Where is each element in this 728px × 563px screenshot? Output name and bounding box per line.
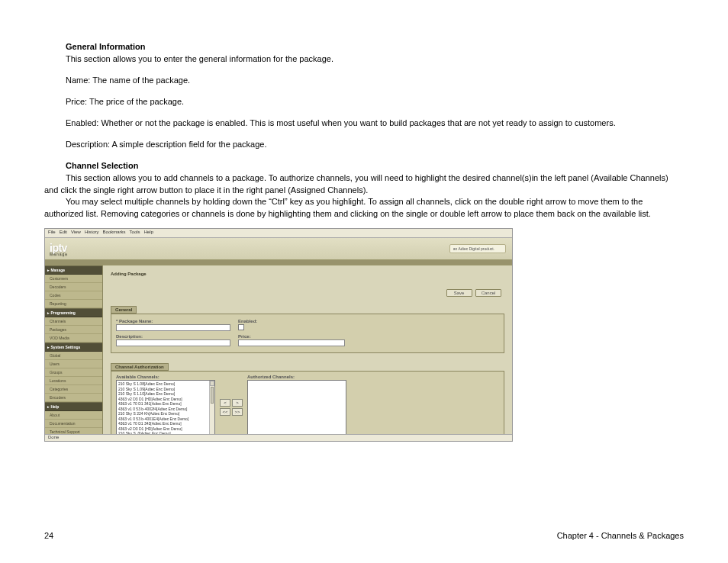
sidebar-item-categories[interactable]: Categories	[45, 385, 102, 394]
sidebar-header-manage[interactable]: ▸ Manage	[45, 265, 102, 275]
save-button-top[interactable]: Save	[446, 289, 472, 297]
para-chan-2: You may select multiple channels by hold…	[44, 196, 684, 220]
channel-auth-panel: Available Channels: 210 Sky S 1.08[Adtec…	[111, 371, 504, 442]
package-name-field[interactable]	[116, 324, 230, 331]
chapter-label: Chapter 4 - Channels & Packages	[557, 531, 684, 540]
move-right-button[interactable]: >	[232, 399, 243, 407]
menu-view[interactable]: View	[71, 230, 81, 236]
sidebar-header-programming[interactable]: ▸ Programming	[45, 308, 102, 317]
authorized-channels-label: Authorized Channels:	[247, 375, 346, 379]
enabled-label: Enabled:	[238, 319, 345, 323]
app-screenshot: File Edit View History Bookmarks Tools H…	[44, 228, 513, 442]
sidebar-item-vod-media[interactable]: VOD Media	[45, 334, 102, 343]
general-tab: General	[111, 306, 137, 314]
channel-auth-tab: Channel Authorization	[111, 363, 169, 371]
menu-file[interactable]: File	[48, 230, 56, 236]
enabled-checkbox[interactable]	[238, 324, 244, 330]
sidebar-item-locations[interactable]: Locations	[45, 377, 102, 385]
app-header: iptvManage an Adtec Digital product.	[45, 238, 512, 259]
sidebar-item-packages[interactable]: Packages	[45, 326, 102, 334]
sidebar-item-encoders[interactable]: Encoders	[45, 394, 102, 402]
para-enabled: Enabled: Whether or not the package is e…	[44, 117, 684, 130]
sidebar: ▸ Manage Customers Decoders Codes Report…	[45, 265, 103, 434]
para-general-intro: This section allows you to enter the gen…	[44, 53, 684, 66]
scrollbar[interactable]	[209, 381, 214, 442]
heading-general-info: General Information	[44, 41, 684, 53]
menu-history[interactable]: History	[85, 230, 99, 236]
list-item[interactable]: National Geographic [Educational]	[118, 441, 213, 442]
browser-menubar: File Edit View History Bookmarks Tools H…	[45, 229, 512, 238]
menu-tools[interactable]: Tools	[130, 230, 140, 236]
menu-bookmarks[interactable]: Bookmarks	[103, 230, 126, 236]
price-label: Price:	[238, 334, 345, 339]
sidebar-item-channels[interactable]: Channels	[45, 317, 102, 326]
sidebar-item-users[interactable]: Users	[45, 360, 102, 368]
para-name: Name: The name of the package.	[44, 75, 684, 87]
sidebar-item-about[interactable]: About	[45, 411, 102, 420]
general-panel: * Package Name: Enabled: Description:	[111, 314, 504, 353]
para-description: Description: A simple description field …	[44, 139, 684, 151]
description-field[interactable]	[116, 339, 230, 346]
move-left-button[interactable]: <	[220, 399, 230, 407]
package-name-label: * Package Name:	[116, 319, 230, 323]
para-price: Price: The price of the package.	[44, 96, 684, 108]
sidebar-item-documentation[interactable]: Documentation	[45, 420, 102, 428]
available-channels-list[interactable]: 210 Sky S 1.08[Adtec Enc Demo]210 Sky S …	[116, 380, 215, 442]
description-label: Description:	[116, 334, 230, 339]
sidebar-item-global[interactable]: Global	[45, 352, 102, 360]
sidebar-header-help[interactable]: ▸ Help	[45, 402, 102, 411]
content-area: Adding Package Save Cancel General * Pac…	[103, 265, 512, 434]
available-channels-label: Available Channels:	[116, 375, 215, 379]
sidebar-header-system[interactable]: ▸ System Settings	[45, 343, 102, 352]
page-footer: 24 Chapter 4 - Channels & Packages	[44, 531, 684, 540]
sidebar-item-groups[interactable]: Groups	[45, 368, 102, 377]
price-field[interactable]	[238, 339, 345, 346]
browser-status-bar: Done	[45, 434, 512, 441]
header-stripe	[45, 259, 512, 265]
product-tag: an Adtec Digital product.	[449, 244, 506, 253]
sidebar-item-customers[interactable]: Customers	[45, 275, 102, 283]
menu-edit[interactable]: Edit	[60, 230, 67, 236]
page-title: Adding Package	[111, 272, 504, 276]
document-body: General Information This section allows …	[44, 41, 684, 220]
page-number: 24	[44, 531, 53, 540]
heading-channel-selection: Channel Selection	[44, 160, 684, 172]
authorized-channels-list[interactable]	[247, 380, 346, 442]
sidebar-item-codes[interactable]: Codes	[45, 291, 102, 300]
cancel-button-top[interactable]: Cancel	[475, 289, 501, 297]
sidebar-item-decoders[interactable]: Decoders	[45, 283, 102, 291]
menu-help[interactable]: Help	[144, 230, 153, 236]
app-logo: iptvManage	[50, 242, 68, 256]
sidebar-item-reporting[interactable]: Reporting	[45, 300, 102, 308]
para-chan-1: This section allows you to add channels …	[44, 172, 684, 197]
move-all-right-button[interactable]: >>	[232, 408, 243, 416]
move-all-left-button[interactable]: <<	[220, 408, 230, 416]
